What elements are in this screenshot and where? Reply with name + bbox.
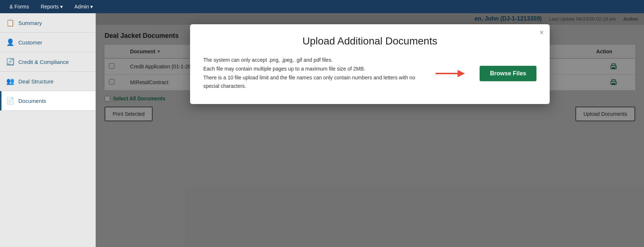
sidebar-label-customer: Customer <box>18 39 42 46</box>
sidebar-label-deal: Deal Structure <box>18 78 54 85</box>
main-layout: 📋 Summary 👤 Customer 🔄 Credit & Complian… <box>0 13 644 247</box>
top-navigation: & Forms Reports ▾ Admin ▾ <box>0 0 644 13</box>
sidebar: 📋 Summary 👤 Customer 🔄 Credit & Complian… <box>0 13 96 247</box>
sidebar-item-customer[interactable]: 👤 Customer <box>0 33 95 52</box>
svg-marker-7 <box>458 70 465 77</box>
customer-icon: 👤 <box>6 38 15 47</box>
modal-description: The system can only accept .png, .jpeg, … <box>203 56 421 91</box>
browse-files-button[interactable]: Browse Files <box>480 66 536 81</box>
modal-title: Upload Additional Documents <box>203 35 536 47</box>
sidebar-item-credit-compliance[interactable]: 🔄 Credit & Compliance <box>0 52 95 72</box>
nav-admin[interactable]: Admin ▾ <box>69 1 98 12</box>
summary-icon: 📋 <box>6 18 15 27</box>
content-area: en, John (DJ-1-1213359) Last Update 04/2… <box>96 13 644 247</box>
sidebar-item-summary[interactable]: 📋 Summary <box>0 13 95 33</box>
sidebar-label-documents: Documents <box>18 98 46 104</box>
sidebar-item-documents[interactable]: 📄 Documents <box>0 91 95 111</box>
modal-text-line3: There is a 10 file upload limit and the … <box>203 74 421 91</box>
credit-icon: 🔄 <box>6 57 15 66</box>
sidebar-label-summary: Summary <box>18 20 42 26</box>
documents-icon: 📄 <box>6 96 15 105</box>
modal-close-button[interactable]: × <box>539 29 544 36</box>
upload-modal: × Upload Additional Documents The system… <box>190 24 550 104</box>
arrow-indicator <box>436 68 465 79</box>
modal-overlay: × Upload Additional Documents The system… <box>96 13 644 247</box>
sidebar-label-credit: Credit & Compliance <box>18 59 69 65</box>
modal-text-line2: Each file may contain multiple pages up … <box>203 65 421 74</box>
deal-icon: 👥 <box>6 77 15 86</box>
sidebar-item-deal-structure[interactable]: 👥 Deal Structure <box>0 72 95 91</box>
nav-forms[interactable]: & Forms <box>4 1 34 12</box>
modal-body: The system can only accept .png, .jpeg, … <box>203 56 536 91</box>
modal-text-line1: The system can only accept .png, .jpeg, … <box>203 56 421 65</box>
nav-reports[interactable]: Reports ▾ <box>36 1 68 12</box>
